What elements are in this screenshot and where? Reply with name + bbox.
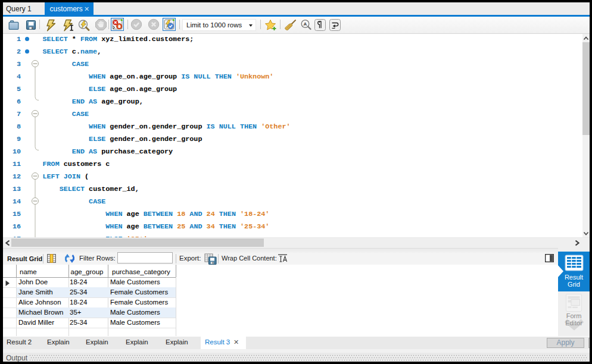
svg-text:A: A <box>304 21 307 27</box>
